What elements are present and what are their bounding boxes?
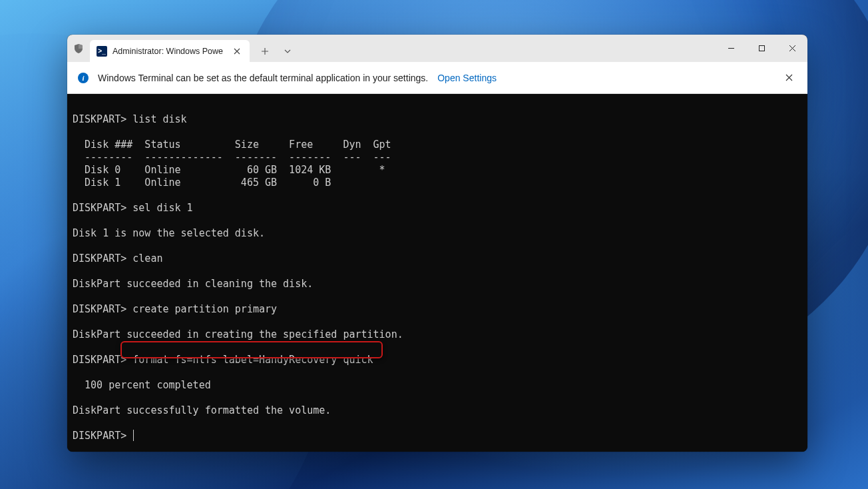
maximize-button[interactable] [746, 35, 777, 62]
terminal-line: DISKPART> create partition primary [73, 303, 277, 315]
info-bar: i Windows Terminal can be set as the def… [67, 62, 807, 94]
terminal-line: DISKPART> format fs=ntfs label=HandyReco… [73, 354, 373, 366]
open-settings-link[interactable]: Open Settings [437, 73, 497, 83]
terminal-line: DISKPART> sel disk 1 [73, 202, 193, 214]
terminal-line: DISKPART> [73, 430, 132, 442]
terminal-line: Disk ### Status Size Free Dyn Gpt [73, 139, 391, 151]
cursor [133, 430, 134, 441]
svg-rect-0 [759, 46, 764, 51]
terminal-line: Disk 0 Online 60 GB 1024 KB * [73, 164, 385, 176]
terminal-line: Disk 1 is now the selected disk. [73, 227, 265, 239]
terminal-line: 100 percent completed [73, 379, 211, 391]
close-button[interactable] [777, 35, 807, 62]
terminal-line: DiskPart successfully formatted the volu… [73, 404, 331, 416]
titlebar[interactable]: >_ Administrator: Windows Powe [67, 35, 807, 62]
tab-close-button[interactable] [230, 44, 244, 59]
terminal-output[interactable]: DISKPART> list disk Disk ### Status Size… [67, 94, 807, 452]
uac-shield-icon [67, 35, 90, 62]
terminal-line: DISKPART> clean [73, 252, 162, 264]
new-tab-button[interactable] [254, 40, 276, 62]
info-message: Windows Terminal can be set as the defau… [98, 73, 428, 83]
terminal-line: Disk 1 Online 465 GB 0 B [73, 177, 331, 189]
info-close-button[interactable] [781, 70, 797, 86]
terminal-window: >_ Administrator: Windows Powe i Windo [67, 35, 807, 452]
terminal-line: DiskPart succeeded in creating the speci… [73, 328, 403, 340]
info-icon: i [78, 73, 89, 83]
terminal-line: -------- ------------- ------- ------- -… [73, 151, 391, 163]
tab-powershell[interactable]: >_ Administrator: Windows Powe [90, 40, 250, 62]
terminal-line: DiskPart succeeded in cleaning the disk. [73, 278, 313, 290]
terminal-line: DISKPART> list disk [73, 113, 187, 125]
tab-dropdown-button[interactable] [276, 40, 299, 62]
window-controls [716, 35, 807, 62]
tab-title: Administrator: Windows Powe [112, 47, 230, 56]
minimize-button[interactable] [716, 35, 746, 62]
powershell-icon: >_ [97, 46, 107, 57]
